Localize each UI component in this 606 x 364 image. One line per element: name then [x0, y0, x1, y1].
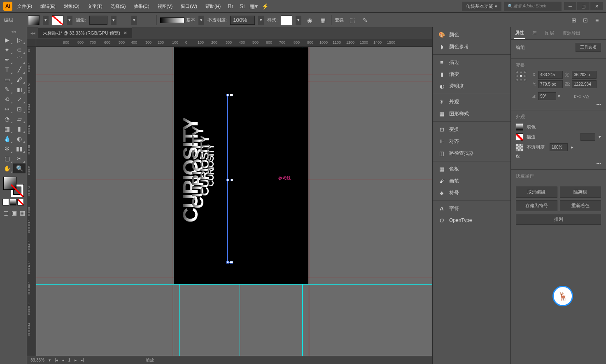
isolate-button[interactable]: 隔离组 — [560, 187, 601, 198]
close-button[interactable]: ✕ — [590, 2, 603, 10]
brush-preview[interactable] — [160, 17, 184, 23]
rotate-tool[interactable]: ⟲ — [1, 94, 13, 104]
tab-close-icon[interactable]: ✕ — [124, 30, 127, 36]
color-mode-gradient[interactable] — [10, 199, 16, 205]
width-input[interactable] — [572, 71, 597, 79]
type-tool[interactable]: T — [1, 65, 13, 75]
minimize-button[interactable]: ─ — [564, 2, 576, 10]
free-transform-tool[interactable]: ⊡ — [13, 104, 26, 114]
screen-mode-full[interactable]: ▣ — [11, 208, 18, 218]
snap-point-icon[interactable]: ⊡ — [580, 15, 590, 25]
menu-window[interactable]: 窗口(W) — [177, 2, 200, 11]
direct-selection-tool[interactable]: ▷ — [13, 35, 26, 45]
flip-h-icon[interactable]: ▷◁ — [574, 93, 581, 99]
width-tool[interactable]: ⇔ — [1, 104, 13, 114]
fill-color-swatch[interactable] — [516, 123, 523, 131]
page-nav-next[interactable]: ▸ — [75, 358, 77, 362]
angle-dd[interactable]: ▾ — [558, 93, 560, 99]
fill-swatch[interactable] — [28, 15, 40, 25]
panel-color-guide[interactable]: ◗颜色参考 — [433, 41, 510, 53]
toolbox-collapse-icon[interactable]: ◂◂ — [1, 29, 26, 34]
eyedropper-tool[interactable]: 💧 — [1, 134, 13, 144]
menu-type[interactable]: 文字(T) — [84, 2, 106, 11]
reference-point-widget[interactable] — [516, 71, 527, 82]
page-nav-first[interactable]: |◂ — [55, 358, 58, 362]
paintbrush-tool[interactable]: 🖌 — [13, 75, 26, 84]
angle-input[interactable] — [538, 92, 556, 100]
artboard-tool[interactable]: ▢ — [1, 154, 13, 163]
arrange-docs-icon[interactable]: ▦▾ — [249, 1, 259, 11]
menu-file[interactable]: 文件(F) — [14, 2, 35, 11]
graph-tool[interactable]: ▮▮ — [13, 144, 26, 154]
panel-gradient[interactable]: ▮渐变 — [433, 68, 510, 80]
edit-icon[interactable]: ✎ — [360, 15, 370, 25]
tab-libraries[interactable]: 库 — [531, 28, 538, 39]
page-nav-prev[interactable]: ◂ — [62, 358, 64, 362]
recolor-button[interactable]: 重新着色 — [560, 200, 601, 211]
panel-brushes[interactable]: 🖌画笔 — [433, 175, 510, 187]
panel-color[interactable]: 🎨颜色 — [433, 29, 510, 41]
guide-v[interactable] — [173, 47, 173, 356]
page-nav-last[interactable]: ▸| — [81, 358, 84, 362]
opacity-input[interactable] — [550, 143, 568, 151]
panel-symbols[interactable]: ♣符号 — [433, 187, 510, 199]
prefs-icon[interactable]: ≡ — [592, 15, 602, 25]
gradient-tool[interactable]: ▮ — [13, 124, 26, 134]
slice-tool[interactable]: ✂ — [13, 154, 26, 163]
search-stock-input[interactable]: 🔍 搜索 Adobe Stock — [504, 2, 562, 11]
transform-more-icon[interactable]: ••• — [596, 102, 601, 107]
menu-help[interactable]: 帮助(H) — [202, 2, 224, 11]
fill-dropdown[interactable]: ▾ — [43, 16, 49, 25]
hand-tool[interactable]: ✋ — [1, 163, 13, 173]
perspective-tool[interactable]: ▱ — [13, 114, 26, 124]
opacity-swatch[interactable] — [516, 144, 523, 151]
y-input[interactable] — [538, 80, 563, 88]
ruler-vertical[interactable]: 0100200300400500600700800100012001400160… — [27, 47, 36, 356]
stroke-color-icon[interactable] — [11, 184, 24, 197]
bridge-icon[interactable]: Br — [226, 1, 235, 11]
stroke-weight-input[interactable] — [89, 16, 107, 25]
maximize-button[interactable]: ▢ — [577, 2, 590, 10]
scale-tool[interactable]: ⤢ — [13, 94, 26, 104]
ungroup-button[interactable]: 取消编组 — [516, 187, 557, 198]
transform-link[interactable]: 变换 — [335, 17, 344, 23]
lasso-tool[interactable]: ⊂ — [13, 45, 26, 55]
opacity-dd[interactable]: ▾ — [258, 16, 264, 25]
x-input[interactable] — [538, 71, 563, 79]
style-dd[interactable]: ▾ — [296, 16, 301, 25]
stroke-swatch[interactable] — [52, 15, 63, 25]
stroke-color-swatch[interactable] — [516, 133, 523, 141]
recolor-icon[interactable]: ◉ — [305, 15, 315, 25]
blend-tool[interactable]: ◐ — [13, 134, 26, 144]
panel-transform[interactable]: ⊡变换 — [433, 124, 510, 135]
symbol-sprayer-tool[interactable]: ✲ — [1, 144, 13, 154]
stroke-weight-input[interactable] — [580, 133, 595, 141]
save-symbol-button[interactable]: 存储为符号 — [516, 200, 557, 211]
tab-collapse-icon[interactable]: ◂◂ — [30, 30, 35, 36]
menu-select[interactable]: 选择(S) — [107, 2, 129, 11]
workspace-switcher[interactable]: 传统基本功能 ▾ — [462, 2, 501, 11]
page-number[interactable]: 1 — [68, 358, 71, 362]
screen-mode-present[interactable]: ▦ — [19, 208, 26, 218]
height-input[interactable] — [572, 80, 597, 88]
selection-tool[interactable]: ▶ — [1, 35, 13, 45]
panel-character[interactable]: A字符 — [433, 203, 510, 215]
zoom-level[interactable]: 33.33% — [30, 358, 44, 362]
opacity-more-icon[interactable]: ▸ — [571, 145, 573, 150]
fill-stroke-widget[interactable] — [3, 177, 24, 197]
appearance-more-icon[interactable]: ••• — [596, 161, 601, 166]
ruler-horizontal[interactable]: 9008007006005004003002001000100200300400… — [36, 39, 432, 47]
profile-dd[interactable]: ▾ — [131, 16, 137, 25]
tab-properties[interactable]: 属性 — [514, 27, 525, 39]
panel-graphic-styles[interactable]: ▦图形样式 — [433, 108, 510, 120]
curvature-tool[interactable]: ⌒ — [13, 55, 26, 65]
shaper-tool[interactable]: ✎ — [1, 84, 13, 94]
menu-effect[interactable]: 效果(C) — [131, 2, 152, 11]
magic-wand-tool[interactable]: ✦ — [1, 45, 13, 55]
eraser-tool[interactable]: ◧ — [13, 84, 26, 94]
panel-stroke[interactable]: ≡描边 — [433, 56, 510, 68]
line-tool[interactable]: ╱ — [13, 65, 26, 75]
tool-options-button[interactable]: 工具选项 — [576, 43, 601, 52]
color-mode-fill[interactable] — [2, 199, 9, 205]
pen-tool[interactable]: ✒ — [1, 55, 13, 65]
